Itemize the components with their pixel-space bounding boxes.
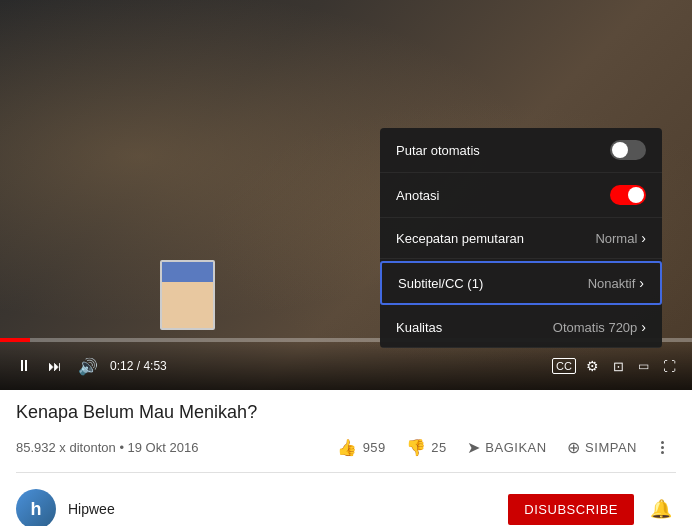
video-title: Kenapa Belum Mau Menikah? [16, 402, 676, 423]
right-controls: CC ⚙ ⊡ ▭ ⛶ [552, 354, 680, 378]
settings-button[interactable]: ⚙ [582, 354, 603, 378]
settings-quality-row[interactable]: Kualitas Otomatis 720p › [380, 307, 662, 348]
notification-bell-button[interactable]: 🔔 [646, 494, 676, 524]
speed-label: Kecepatan pemutaran [396, 231, 524, 246]
save-icon: ⊕ [567, 438, 581, 457]
subtitles-label: Subtitel/CC (1) [398, 276, 483, 291]
view-count: 85.932 x ditonton • 19 Okt 2016 [16, 440, 329, 455]
autoplay-toggle[interactable] [610, 140, 646, 160]
subtitles-chevron-icon: › [639, 275, 644, 291]
dislike-icon: 👎 [406, 438, 427, 457]
channel-avatar[interactable]: h [16, 489, 56, 526]
volume-button[interactable]: 🔊 [74, 353, 102, 380]
share-button[interactable]: ➤ BAGIKAN [459, 432, 555, 463]
settings-autoplay-row[interactable]: Putar otomatis [380, 128, 662, 173]
channel-row: h Hipwee DISUBSCRIBE 🔔 [0, 479, 692, 526]
quality-chevron-icon: › [641, 319, 646, 335]
annotations-toggle[interactable] [610, 185, 646, 205]
pause-button[interactable]: ⏸ [12, 353, 36, 379]
time-display: 0:12 / 4:53 [110, 359, 167, 373]
subscribe-button[interactable]: DISUBSCRIBE [508, 494, 634, 525]
theater-button[interactable]: ▭ [634, 355, 653, 377]
speed-chevron-icon: › [641, 230, 646, 246]
subtitles-button[interactable]: CC [552, 358, 576, 374]
next-button[interactable]: ⏭ [44, 354, 66, 378]
miniplayer-button[interactable]: ⊡ [609, 355, 628, 378]
video-info: Kenapa Belum Mau Menikah? 85.932 x diton… [0, 390, 692, 479]
action-buttons: 👍 959 👎 25 ➤ BAGIKAN ⊕ SIMPAN [329, 431, 676, 464]
quality-value: Otomatis 720p › [553, 319, 646, 335]
scene-element [160, 260, 215, 330]
settings-subtitles-row[interactable]: Subtitel/CC (1) Nonaktif › [380, 261, 662, 305]
video-player[interactable]: Putar otomatis Anotasi Kecepatan pemutar… [0, 0, 692, 390]
more-dots-icon [657, 437, 668, 458]
share-icon: ➤ [467, 438, 481, 457]
divider [16, 472, 676, 473]
controls-bar: ⏸ ⏭ 🔊 0:12 / 4:53 CC ⚙ ⊡ ▭ ⛶ [0, 342, 692, 390]
subtitles-value: Nonaktif › [588, 275, 644, 291]
settings-speed-row[interactable]: Kecepatan pemutaran Normal › [380, 218, 662, 259]
channel-name: Hipwee [68, 501, 496, 517]
settings-panel: Putar otomatis Anotasi Kecepatan pemutar… [380, 128, 662, 348]
quality-label: Kualitas [396, 320, 442, 335]
save-button[interactable]: ⊕ SIMPAN [559, 432, 645, 463]
video-meta-row: 85.932 x ditonton • 19 Okt 2016 👍 959 👎 … [16, 431, 676, 464]
annotations-label: Anotasi [396, 188, 439, 203]
like-button[interactable]: 👍 959 [329, 432, 394, 463]
like-icon: 👍 [337, 438, 358, 457]
dislike-button[interactable]: 👎 25 [398, 432, 455, 463]
speed-value: Normal › [595, 230, 646, 246]
more-button[interactable] [649, 431, 676, 464]
settings-annotations-row[interactable]: Anotasi [380, 173, 662, 218]
autoplay-label: Putar otomatis [396, 143, 480, 158]
fullscreen-button[interactable]: ⛶ [659, 355, 680, 378]
